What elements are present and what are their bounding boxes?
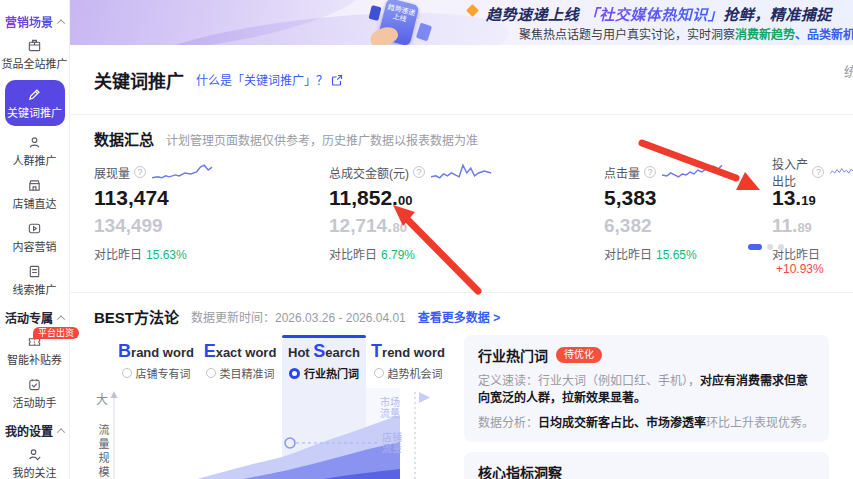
y-axis-arrow — [111, 391, 118, 398]
metric-roi: 投入产出比 ? 13.19 11.89 对比昨日+10.93% — [772, 159, 853, 276]
sidebar-item-label: 智能补贴券 — [7, 351, 62, 367]
banner-headline-highlight: 「社交媒体热知识」 — [584, 6, 724, 23]
chart-marker — [285, 438, 295, 448]
metric-value: 13.19 — [772, 185, 853, 214]
industry-hot-word-card: 行业热门词 待优化 定义速读：行业大词（例如口红、手机），对应有消费需求但意向宽… — [464, 335, 829, 442]
market-traffic-label: 流量 — [380, 407, 400, 419]
shop-traffic-label: 店铺 — [382, 431, 402, 443]
metric-impressions: 展现量 ? 113,474 134,499 对比昨日15.63% — [94, 159, 329, 276]
right-arrow-top — [419, 392, 430, 403]
section-label: 活动专属 — [5, 309, 53, 326]
best-body: Brand word 店铺专有词 Exact word 类目精准词 Hot Se… — [94, 335, 829, 479]
help-icon[interactable]: ? — [134, 166, 146, 178]
metric-value: 5,383 — [604, 185, 772, 214]
stacked-area-chart: 大 市场 流量 店铺 流量 — [94, 388, 450, 479]
tab-brand-word[interactable]: Brand word 店铺专有词 — [114, 335, 198, 388]
sparkle-icon — [466, 4, 479, 17]
page-header: 关键词推广 什么是「关键词推广」？ 统 — [70, 45, 853, 115]
keyword-promotion-page: 营销场景 货品全站推广 关键词推广 人群推广 店铺直达 内容营销 线索推广 — [0, 0, 853, 479]
sidebar-section-marketing[interactable]: 营销场景 — [0, 13, 69, 30]
metric-clicks: 点击量 ? 5,383 6,382 对比昨日15.65% — [604, 159, 772, 276]
carousel-dot-1[interactable] — [748, 244, 762, 250]
metric-label: 总成交金额(元) — [329, 164, 409, 181]
sidebar-item-label: 关键词推广 — [7, 104, 62, 120]
people-icon — [27, 135, 42, 150]
data-summary-header: 数据汇总 计划管理页面数据仅供参考，历史推广数据以报表数据为准 — [70, 115, 853, 151]
banner-subline-blue: 品类新机会 — [807, 28, 853, 42]
metric-value: 113,474 — [94, 185, 329, 214]
data-analysis-line: 数据分析：日均成交新客占比、市场渗透率环比上升表现优秀。 — [478, 415, 815, 432]
core-card-title: 核心指标洞察 — [478, 462, 562, 479]
external-link-icon — [331, 74, 343, 86]
metric-label: 展现量 — [94, 164, 130, 181]
sidebar-item-product-sitewide[interactable]: 货品全站推广 — [2, 38, 68, 71]
section-label: 我的设置 — [5, 422, 53, 439]
radio-exact-word[interactable] — [206, 368, 216, 378]
best-title: BEST方法论 — [94, 306, 179, 327]
best-right-column: 行业热门词 待优化 定义速读：行业大词（例如口红、手机），对应有消费需求但意向宽… — [464, 335, 829, 479]
sidebar-item-label: 活动助手 — [13, 394, 57, 410]
sidebar-item-content-marketing[interactable]: 内容营销 — [13, 221, 57, 254]
view-more-data-link[interactable]: 查看更多数据 > — [418, 308, 500, 325]
banner-subline: 聚焦热点话题与用户真实讨论，实时洞察消费新趋势、品类新机会 — [519, 25, 853, 42]
pen-icon — [27, 87, 42, 102]
banner-headline-suffix: 抢鲜，精准捕捉 — [723, 6, 832, 23]
tab-exact-word[interactable]: Exact word 类目精准词 — [198, 335, 282, 388]
to-optimize-badge: 待优化 — [556, 347, 602, 363]
sidebar-section-settings[interactable]: 我的设置 — [0, 422, 69, 439]
help-icon[interactable]: ? — [644, 166, 656, 178]
help-icon[interactable]: ? — [413, 166, 425, 178]
tab-trend-word[interactable]: Trend word 趋势机会词 — [366, 335, 450, 388]
banner-headline-prefix: 趋势速递上线 — [486, 6, 584, 23]
sidebar-item-activity-helper[interactable]: 活动助手 — [13, 377, 57, 410]
sidebar-item-lead-promotion[interactable]: 线索推广 — [13, 264, 57, 297]
core-metrics-card: 核心指标洞察 日均成交新客占比 ? 39.83% 环比 -5.25% ? 同行同… — [464, 452, 829, 479]
roi-sparkline — [830, 161, 853, 183]
metrics-row: 展现量 ? 113,474 134,499 对比昨日15.63% 总成交金额(元… — [70, 151, 853, 276]
sidebar: 营销场景 货品全站推广 关键词推广 人群推广 店铺直达 内容营销 线索推广 — [0, 0, 70, 479]
metric-label: 投入产出比 — [772, 155, 808, 189]
best-tabs: Brand word 店铺专有词 Exact word 类目精准词 Hot Se… — [114, 335, 450, 388]
tab-hot-search[interactable]: Hot Search 行业热门词 — [282, 335, 366, 388]
metric-prev-value: 11.89 — [772, 214, 853, 240]
carousel-dot-2[interactable] — [767, 244, 773, 250]
tab-option-label: 类目精准词 — [220, 365, 275, 381]
sidebar-item-label: 我的关注 — [13, 464, 57, 479]
promo-banner[interactable]: 趋势速递 上线 趋势速递上线 「社交媒体热知识」抢鲜，精准捕捉 聚焦热点话题与用… — [70, 0, 853, 45]
help-icon[interactable]: ? — [812, 166, 824, 178]
calendar-icon — [27, 377, 42, 392]
doc-icon — [27, 264, 42, 279]
page-title: 关键词推广 — [94, 67, 184, 93]
phone-illustration-text: 趋势速递 上线 — [387, 3, 416, 23]
carousel-dots — [748, 244, 784, 250]
traffic-scale-chart: 大 市场 流量 店铺 流量 流量规模抢占 — [94, 388, 450, 479]
sidebar-item-shop-direct[interactable]: 店铺直达 — [13, 178, 57, 211]
best-chart-column: Brand word 店铺专有词 Exact word 类目精准词 Hot Se… — [94, 335, 450, 479]
sidebar-item-label: 内容营销 — [13, 238, 57, 254]
chevron-up-icon — [57, 428, 65, 436]
sidebar-section-activity[interactable]: 活动专属 — [0, 309, 69, 326]
sidebar-item-label: 人群推广 — [13, 152, 57, 168]
banner-headline: 趋势速递上线 「社交媒体热知识」抢鲜，精准捕捉 — [486, 3, 832, 24]
what-is-keyword-promotion-link[interactable]: 什么是「关键词推广」？ — [196, 71, 343, 88]
sidebar-item-label: 线索推广 — [13, 281, 57, 297]
radio-brand-word[interactable] — [122, 368, 132, 378]
tab-option-label: 趋势机会词 — [388, 365, 443, 381]
platform-funded-badge: 平台出资 — [33, 327, 79, 339]
impressions-sparkline — [152, 161, 214, 183]
sidebar-item-smart-subsidy[interactable]: 平台出资 智能补贴券 — [7, 334, 62, 367]
best-methodology-section: BEST方法论 数据更新时间：2026.03.26 - 2026.04.01 查… — [70, 292, 853, 479]
tab-option-label: 店铺专有词 — [136, 365, 191, 381]
carousel-dot-3[interactable] — [778, 244, 784, 250]
cutoff-corner-text: 统 — [844, 61, 853, 80]
radio-trend-word[interactable] — [374, 368, 384, 378]
sidebar-item-my-follows[interactable]: 我的关注 — [13, 447, 57, 479]
radio-hot-search[interactable] — [289, 368, 300, 379]
sidebar-item-audience-promotion[interactable]: 人群推广 — [13, 135, 57, 168]
metric-gmv: 总成交金额(元) ? 11,852.00 12,714.80 对比昨日6.79% — [329, 159, 604, 276]
sidebar-item-label: 店铺直达 — [13, 195, 57, 211]
sidebar-item-keyword-promotion[interactable]: 关键词推广 — [5, 80, 65, 126]
metric-prev-value: 6,382 — [604, 214, 772, 240]
tab-option-label: 行业热门词 — [304, 365, 359, 381]
banner-subline-prefix: 聚焦热点话题与用户真实讨论，实时洞察 — [519, 28, 735, 42]
